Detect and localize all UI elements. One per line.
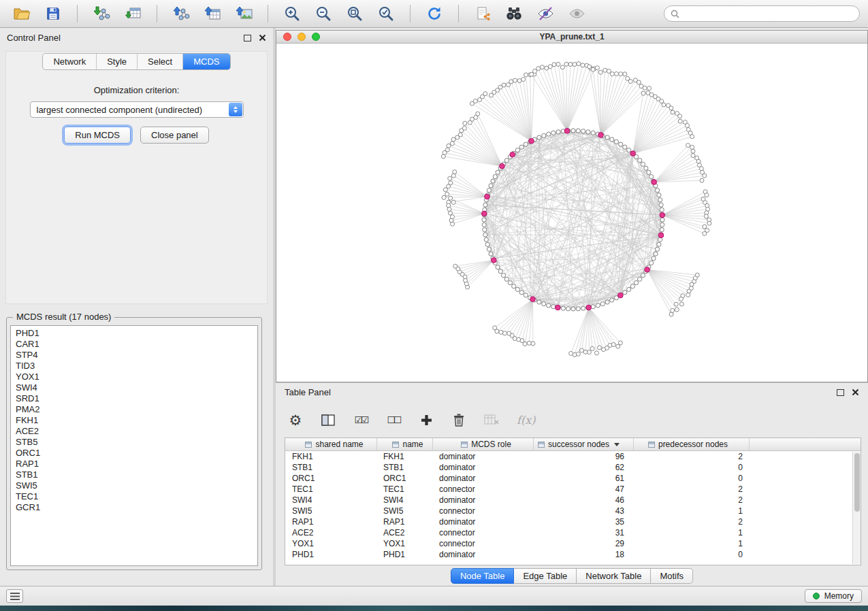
- ring-node[interactable]: [482, 222, 486, 227]
- ring-node[interactable]: [654, 252, 658, 256]
- mcds-result-item[interactable]: TEC1: [11, 491, 257, 502]
- scrollbar-thumb[interactable]: [854, 453, 860, 512]
- leaf-node[interactable]: [476, 112, 480, 116]
- leaf-node[interactable]: [453, 170, 457, 174]
- hub-node[interactable]: [630, 151, 636, 156]
- leaf-node[interactable]: [580, 348, 584, 352]
- leaf-node[interactable]: [696, 159, 701, 163]
- ring-node[interactable]: [610, 137, 614, 142]
- tab-network[interactable]: Network: [43, 54, 96, 69]
- ring-node[interactable]: [519, 145, 524, 149]
- ring-node[interactable]: [489, 252, 493, 256]
- leaf-node[interactable]: [616, 344, 620, 348]
- ring-node[interactable]: [641, 162, 645, 166]
- mcds-result-item[interactable]: SWI5: [11, 480, 257, 491]
- leaf-node[interactable]: [502, 331, 507, 335]
- leaf-node[interactable]: [588, 65, 592, 69]
- ring-node[interactable]: [551, 131, 556, 135]
- leaf-node[interactable]: [595, 66, 599, 70]
- ring-node[interactable]: [627, 148, 631, 152]
- ring-node[interactable]: [487, 188, 491, 193]
- column-header[interactable]: successor nodes: [534, 438, 634, 450]
- ring-node[interactable]: [547, 303, 551, 308]
- hub-node[interactable]: [652, 180, 657, 185]
- ring-node[interactable]: [504, 277, 509, 281]
- leaf-node[interactable]: [581, 63, 585, 67]
- leaf-node[interactable]: [483, 92, 487, 96]
- tab-node-table[interactable]: Node Table: [451, 568, 515, 584]
- column-header[interactable]: shared name: [285, 438, 377, 450]
- leaf-node[interactable]: [691, 154, 695, 158]
- leaf-node[interactable]: [577, 62, 581, 66]
- ring-node[interactable]: [660, 218, 664, 222]
- ring-node[interactable]: [547, 132, 551, 136]
- mcds-result-item[interactable]: YOX1: [11, 371, 257, 382]
- ring-node[interactable]: [496, 265, 500, 269]
- leaf-node[interactable]: [560, 65, 564, 69]
- leaf-node[interactable]: [445, 148, 449, 152]
- zoom-fit-button[interactable]: [341, 3, 368, 24]
- network-canvas[interactable]: [276, 44, 867, 382]
- leaf-node[interactable]: [448, 211, 452, 215]
- ring-node[interactable]: [483, 203, 487, 207]
- leaf-node[interactable]: [637, 80, 641, 84]
- column-header[interactable]: MCDS role: [433, 438, 534, 450]
- leaf-node[interactable]: [607, 69, 611, 73]
- ring-node[interactable]: [638, 159, 642, 163]
- ring-node[interactable]: [647, 170, 651, 174]
- table-row[interactable]: STB1STB1dominator620: [285, 462, 861, 473]
- ring-node[interactable]: [652, 257, 656, 261]
- ring-node[interactable]: [630, 284, 634, 288]
- ring-node[interactable]: [515, 287, 519, 291]
- mcds-result-item[interactable]: SWI4: [11, 382, 257, 393]
- ring-node[interactable]: [524, 293, 528, 297]
- ring-node[interactable]: [660, 222, 664, 227]
- mcds-result-item[interactable]: GCR1: [11, 502, 257, 513]
- ring-node[interactable]: [515, 148, 519, 152]
- ring-node[interactable]: [591, 305, 595, 309]
- table-row[interactable]: RAP1RAP1dominator352: [285, 516, 861, 527]
- apply-layout-button[interactable]: [421, 3, 448, 24]
- ring-node[interactable]: [634, 281, 639, 285]
- hub-node[interactable]: [658, 233, 664, 238]
- ring-node[interactable]: [623, 291, 627, 295]
- ring-node[interactable]: [487, 247, 491, 251]
- table-row[interactable]: SWI5SWI5connector431: [285, 506, 861, 516]
- ring-node[interactable]: [524, 142, 528, 146]
- leaf-node[interactable]: [447, 144, 451, 148]
- leaf-node[interactable]: [447, 208, 451, 212]
- leaf-node[interactable]: [679, 297, 683, 301]
- close-icon[interactable]: [259, 34, 266, 42]
- leaf-node[interactable]: [513, 78, 517, 82]
- ring-node[interactable]: [627, 287, 631, 291]
- run-mcds-button[interactable]: Run MCDS: [64, 127, 131, 144]
- ring-node[interactable]: [600, 302, 605, 306]
- ring-node[interactable]: [561, 306, 565, 310]
- leaf-node[interactable]: [524, 73, 528, 77]
- table-row[interactable]: YOX1YOX1connector291: [285, 538, 861, 549]
- close-icon[interactable]: [852, 389, 859, 396]
- ring-node[interactable]: [610, 298, 614, 302]
- ring-node[interactable]: [493, 175, 497, 179]
- leaf-node[interactable]: [556, 62, 560, 66]
- leaf-node[interactable]: [678, 114, 682, 118]
- tab-edge-table[interactable]: Edge Table: [514, 568, 577, 584]
- leaf-node[interactable]: [707, 221, 711, 225]
- leaf-node[interactable]: [610, 72, 614, 76]
- ring-node[interactable]: [591, 131, 595, 135]
- leaf-node[interactable]: [674, 302, 678, 306]
- network-graph-svg[interactable]: [276, 44, 867, 382]
- ring-node[interactable]: [491, 179, 495, 183]
- leaf-node[interactable]: [669, 312, 673, 316]
- table-row[interactable]: TEC1TEC1connector472: [285, 484, 861, 495]
- mcds-result-item[interactable]: FKH1: [11, 415, 257, 426]
- leaf-node[interactable]: [442, 195, 446, 199]
- ring-node[interactable]: [576, 129, 580, 133]
- leaf-node[interactable]: [451, 200, 455, 204]
- ring-node[interactable]: [660, 208, 664, 212]
- leaf-node[interactable]: [573, 63, 577, 67]
- add-column-icon[interactable]: [419, 412, 434, 428]
- first-neighbors-button[interactable]: [500, 3, 528, 24]
- ring-node[interactable]: [623, 145, 627, 149]
- table-row[interactable]: SWI4SWI4dominator462: [285, 495, 861, 506]
